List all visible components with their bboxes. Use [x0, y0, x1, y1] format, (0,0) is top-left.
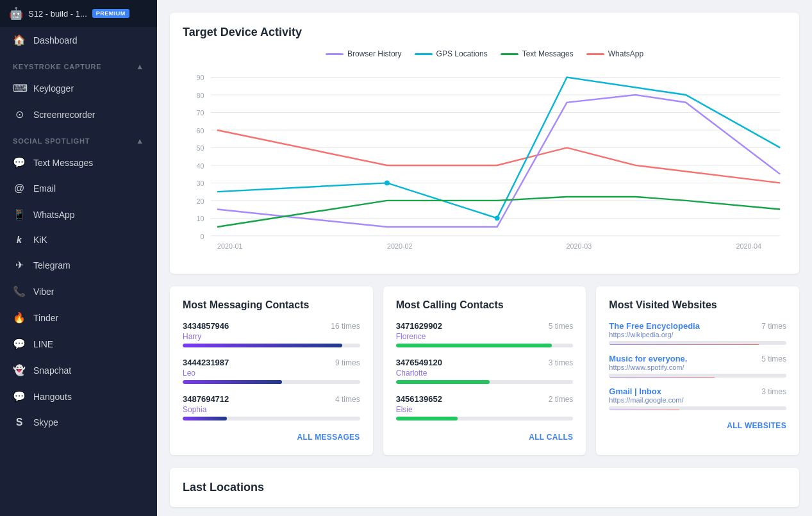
chart-legend: Browser History GPS Locations Text Messa… — [183, 49, 786, 58]
sidebar-header: 🤖 S12 - build - 1... PREMIUM — [0, 0, 157, 27]
websites-all-link[interactable]: ALL WEBSITES — [609, 419, 786, 431]
contact-bar-bg — [183, 344, 360, 347]
sidebar-item-screenrecorder[interactable]: ⊙ Screenrecorder — [0, 101, 157, 128]
messaging-all-link[interactable]: ALL MESSAGES — [183, 431, 360, 442]
sidebar-item-label: Skype — [33, 417, 58, 428]
svg-text:80: 80 — [197, 92, 204, 99]
activity-chart-card: Target Device Activity Browser History G… — [170, 13, 799, 274]
legend-label-browser: Browser History — [347, 49, 402, 58]
contact-bar-bg — [396, 344, 574, 347]
sidebar: 🤖 S12 - build - 1... PREMIUM 🏠 Dashboard… — [0, 0, 157, 516]
contact-bar — [396, 380, 490, 384]
gps-dot-1 — [385, 180, 390, 185]
website-row-3: Gmail | Inbox 3 times https://mail.googl… — [609, 387, 786, 410]
main-content: Target Device Activity Browser History G… — [157, 0, 812, 516]
sidebar-item-line[interactable]: 💬 LINE — [0, 331, 157, 357]
tinder-icon: 🔥 — [13, 312, 26, 324]
contact-name: Charlotte — [396, 369, 574, 378]
svg-text:40: 40 — [197, 162, 204, 170]
device-name: S12 - build - 1... — [28, 9, 87, 19]
whatsapp-icon: 📱 — [13, 208, 26, 221]
sidebar-item-email[interactable]: @ Email — [0, 176, 157, 201]
contact-bar — [396, 344, 552, 347]
svg-text:70: 70 — [197, 109, 204, 117]
email-icon: @ — [13, 183, 26, 194]
contact-times: 2 times — [549, 395, 574, 404]
contact-bar — [396, 417, 458, 420]
all-messages-link[interactable]: ALL MESSAGES — [297, 433, 360, 442]
gps-dot-2 — [495, 215, 500, 221]
sidebar-item-whatsapp[interactable]: 📱 WhatsApp — [0, 201, 157, 228]
sidebar-item-skype[interactable]: S Skype — [0, 410, 157, 435]
sidebar-item-viber[interactable]: 📞 Viber — [0, 278, 157, 304]
chevron-up-icon: ▲ — [136, 62, 144, 71]
activity-chart-svg: 90 80 70 60 50 40 30 20 10 — [183, 66, 786, 258]
contact-times: 4 times — [335, 395, 360, 404]
messaging-card: Most Messaging Contacts 3434857946 16 ti… — [170, 287, 373, 455]
sidebar-item-keylogger[interactable]: ⌨ Keylogger — [0, 75, 157, 101]
contact-number: 3487694712 — [183, 394, 229, 404]
chevron-up-icon: ▲ — [136, 137, 144, 146]
sidebar-item-dashboard[interactable]: 🏠 Dashboard — [0, 27, 157, 53]
calling-contact-2: 3476549120 3 times Charlotte — [396, 358, 574, 384]
sidebar-item-telegram[interactable]: ✈ Telegram — [0, 252, 157, 278]
contact-number: 3444231987 — [183, 358, 229, 367]
svg-text:30: 30 — [197, 179, 204, 187]
contact-number: 3476549120 — [396, 358, 442, 367]
sidebar-item-kik[interactable]: k KiK — [0, 228, 157, 252]
website-times: 5 times — [761, 354, 786, 363]
calling-all-link[interactable]: ALL CALLS — [396, 431, 574, 442]
sidebar-item-label: Telegram — [33, 260, 70, 270]
sidebar-item-textmessages[interactable]: 💬 Text Messages — [0, 149, 157, 176]
premium-badge: PREMIUM — [92, 9, 129, 18]
legend-color-browser — [326, 53, 344, 55]
sidebar-item-label: LINE — [33, 339, 53, 349]
legend-color-sms — [501, 53, 518, 55]
legend-gps: GPS Locations — [415, 49, 488, 58]
sidebar-item-tinder[interactable]: 🔥 Tinder — [0, 304, 157, 331]
sidebar-item-snapchat[interactable]: 👻 Snapchat — [0, 357, 157, 383]
contact-times: 5 times — [549, 322, 574, 331]
sidebar-item-label: Dashboard — [33, 35, 78, 46]
legend-label-sms: Text Messages — [522, 49, 574, 58]
last-locations-title: Last Locations — [183, 481, 786, 494]
sidebar-item-label: Email — [33, 183, 56, 194]
legend-label-gps: GPS Locations — [436, 49, 488, 58]
websites-card: Most Visited Websites The Free Encyclope… — [596, 287, 799, 455]
website-times: 7 times — [761, 322, 786, 331]
calling-contact-1: 3471629902 5 times Florence — [396, 321, 574, 347]
contact-bar-bg — [396, 417, 574, 420]
sidebar-item-hangouts[interactable]: 💬 Hangouts — [0, 383, 157, 410]
messaging-contact-2: 3444231987 9 times Leo — [183, 358, 360, 384]
svg-text:50: 50 — [197, 144, 204, 152]
telegram-icon: ✈ — [13, 259, 26, 271]
contact-name: Leo — [183, 369, 360, 378]
contact-bar-bg — [183, 417, 360, 420]
website-row-1: The Free Encyclopedia 7 times https://wi… — [609, 321, 786, 345]
svg-text:2020-02: 2020-02 — [387, 242, 413, 250]
record-icon: ⊙ — [13, 108, 26, 121]
sidebar-item-label: Screenrecorder — [33, 110, 95, 120]
contact-number: 3471629902 — [396, 321, 442, 331]
svg-text:10: 10 — [197, 215, 204, 222]
calling-card-title: Most Calling Contacts — [396, 299, 574, 311]
line-icon: 💬 — [13, 338, 26, 350]
all-websites-link[interactable]: ALL WEBSITES — [727, 421, 786, 430]
contact-bar — [183, 417, 227, 420]
messaging-contact-1: 3434857946 16 times Harry — [183, 321, 360, 347]
home-icon: 🏠 — [13, 34, 26, 46]
contact-name: Elsie — [396, 405, 574, 414]
svg-text:20: 20 — [197, 197, 204, 205]
all-calls-link[interactable]: ALL CALLS — [529, 433, 573, 442]
hangouts-icon: 💬 — [13, 390, 26, 403]
calling-card: Most Calling Contacts 3471629902 5 times… — [383, 287, 586, 455]
website-bar-bg — [609, 341, 786, 345]
android-icon: 🤖 — [9, 6, 23, 21]
legend-color-whatsapp — [586, 53, 604, 55]
legend-label-whatsapp: WhatsApp — [608, 49, 643, 58]
sidebar-item-label: WhatsApp — [33, 210, 75, 220]
website-bar — [609, 410, 680, 410]
svg-text:2020-01: 2020-01 — [217, 242, 243, 250]
sidebar-item-label: Hangouts — [33, 392, 72, 402]
sidebar-item-label: Keylogger — [33, 83, 74, 94]
